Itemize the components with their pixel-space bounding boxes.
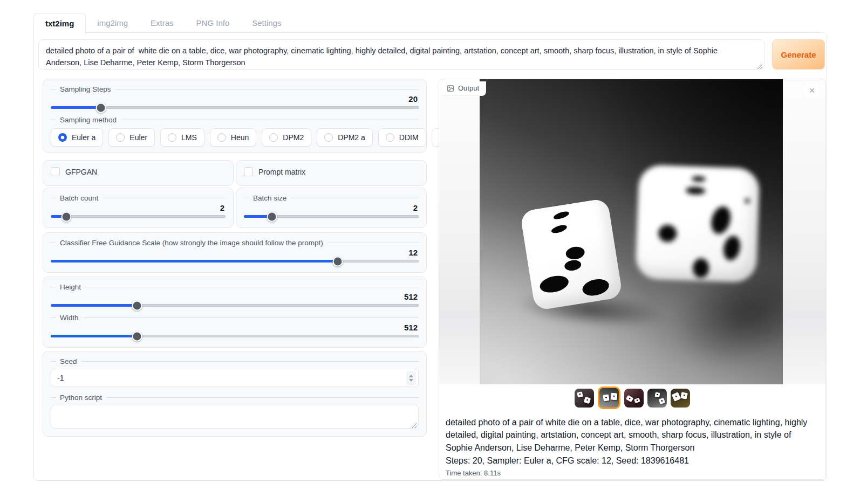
batch-count-label: Batch count [60, 194, 98, 202]
time-taken-text: Time taken: 8.11s [446, 469, 819, 477]
generate-button[interactable]: Generate [772, 39, 825, 70]
main-tabbar: txt2imgimg2imgExtrasPNG InfoSettings [33, 13, 292, 33]
batch-size-slider[interactable]: 2 [244, 203, 419, 222]
prompt-input[interactable]: detailed photo of a pair of white die on… [38, 39, 765, 70]
generation-info: detailed photo of a pair of white die on… [439, 411, 825, 477]
sampling-steps-value: 20 [408, 94, 418, 104]
width-slider-thumb[interactable] [132, 331, 142, 341]
batch-size-value: 2 [413, 203, 418, 213]
output-tab[interactable]: Output [442, 81, 486, 96]
sampler-option-label: DDIM [399, 133, 419, 142]
sampler-option-label: Euler a [72, 133, 95, 142]
image-letterbox-left [439, 79, 480, 384]
python-script-label: Python script [60, 393, 102, 402]
prompt-matrix-label: Prompt matrix [258, 168, 305, 176]
sampler-option-label: DPM2 a [338, 133, 365, 142]
postprocess-row: GFPGAN Prompt matrix [43, 160, 427, 186]
image-icon [447, 85, 454, 92]
tab-png-info[interactable]: PNG Info [185, 13, 241, 33]
tab-img2img[interactable]: img2img [86, 13, 139, 33]
gfpgan-checkbox[interactable] [51, 167, 60, 176]
stepper-up-icon[interactable] [409, 375, 413, 377]
sampler-option-label: Heun [231, 133, 249, 142]
sampler-option-label: DPM2 [283, 133, 304, 142]
gfpgan-label: GFPGAN [65, 168, 97, 176]
thumbnail-dice-result-3[interactable] [624, 389, 644, 408]
height-label: Height [60, 283, 81, 291]
radio-icon[interactable] [116, 133, 125, 142]
sampler-option-label: LMS [181, 133, 197, 142]
width-label: Width [60, 314, 79, 322]
sampler-option-dpm2[interactable]: DPM2 [262, 128, 311, 147]
tab-extras[interactable]: Extras [139, 13, 185, 33]
seed-stepper[interactable] [406, 371, 416, 385]
white-die-back-blurred [635, 164, 760, 283]
close-icon[interactable]: × [805, 84, 819, 98]
batch-count-slider-thumb[interactable] [62, 211, 72, 222]
dimensions-box: Height 512 Width 512 [43, 277, 427, 348]
sampler-option-euler[interactable]: Euler [108, 128, 155, 147]
controls-column: Sampling Steps 20 Sampling method Euler … [43, 79, 427, 437]
batch-count-slider[interactable]: 2 [51, 203, 226, 222]
radio-icon[interactable] [386, 133, 394, 142]
sampler-option-euler-a[interactable]: Euler a [51, 128, 103, 147]
thumbnail-dice-result-5[interactable] [671, 389, 690, 408]
output-image-area: Output × [439, 79, 825, 384]
sampling-steps-label: Sampling Steps [60, 85, 111, 93]
image-letterbox-right [783, 79, 825, 384]
radio-icon[interactable] [269, 133, 278, 142]
app-container: detailed photo of a pair of white die on… [33, 32, 827, 481]
cfg-scale-slider[interactable]: 12 [51, 248, 419, 267]
sampler-option-ddim[interactable]: DDIM [378, 128, 426, 147]
height-slider[interactable]: 512 [51, 292, 419, 311]
stepper-down-icon[interactable] [409, 379, 413, 382]
sampler-option-lms[interactable]: LMS [160, 128, 204, 147]
gfpgan-box: GFPGAN [43, 160, 234, 186]
gallery-thumbnails [439, 384, 825, 411]
sampler-option-label: Euler [129, 133, 147, 142]
sampler-option-heun[interactable]: Heun [210, 128, 256, 147]
radio-selected-icon[interactable] [58, 133, 67, 142]
sampler-option-dpm2-a[interactable]: DPM2 a [317, 128, 373, 147]
seed-label: Seed [60, 357, 77, 365]
caption-params-text: Steps: 20, Sampler: Euler a, CFG scale: … [446, 454, 819, 467]
cfg-scale-label: Classifier Free Guidance Scale (how stro… [60, 239, 323, 247]
thumbnail-dice-result-4[interactable] [647, 389, 667, 408]
width-slider[interactable]: 512 [51, 323, 419, 342]
thumbnail-dice-result-2[interactable] [598, 386, 620, 409]
radio-icon[interactable] [324, 133, 333, 142]
sampling-method-options: Euler aEulerLMSHeunDPM2DPM2 aDDIMPLMS [51, 128, 419, 147]
height-slider-thumb[interactable] [132, 300, 142, 310]
batch-row: Batch count 2 Batch size 2 [43, 188, 427, 228]
prompt-row: detailed photo of a pair of white die on… [38, 39, 825, 72]
prompt-matrix-checkbox[interactable] [244, 167, 253, 176]
output-panel: Output × detailed photo of a pair of whi… [439, 79, 826, 480]
python-script-input[interactable] [51, 405, 419, 429]
white-die-front [520, 198, 623, 310]
tab-txt2img[interactable]: txt2img [33, 13, 86, 33]
seed-input[interactable] [51, 369, 419, 387]
prompt-textarea-wrap: detailed photo of a pair of white die on… [38, 39, 765, 72]
cfg-scale-slider-thumb[interactable] [332, 256, 343, 266]
generated-image[interactable] [480, 79, 783, 384]
sampling-group: Sampling Steps 20 Sampling method Euler … [43, 79, 427, 153]
batch-count-box: Batch count 2 [43, 188, 234, 228]
radio-icon[interactable] [168, 133, 176, 142]
thumbnail-dice-result-1[interactable] [575, 389, 594, 408]
radio-icon[interactable] [217, 133, 226, 142]
cfg-scale-box: Classifier Free Guidance Scale (how stro… [43, 232, 427, 273]
batch-count-value: 2 [220, 203, 224, 213]
tab-settings[interactable]: Settings [241, 13, 292, 33]
prompt-matrix-box: Prompt matrix [236, 160, 427, 186]
seed-script-box: Seed Python script [43, 351, 427, 437]
batch-size-box: Batch size 2 [236, 188, 427, 228]
height-value: 512 [404, 292, 418, 302]
sampling-steps-slider[interactable]: 20 [51, 94, 419, 113]
batch-size-label: Batch size [253, 194, 286, 202]
sampling-method-label: Sampling method [60, 116, 117, 124]
sampling-steps-slider-thumb[interactable] [95, 102, 106, 113]
cfg-scale-value: 12 [408, 248, 418, 258]
batch-size-slider-thumb[interactable] [267, 211, 277, 222]
output-tab-label: Output [458, 84, 479, 92]
caption-prompt-text: detailed photo of a pair of white die on… [446, 416, 819, 454]
